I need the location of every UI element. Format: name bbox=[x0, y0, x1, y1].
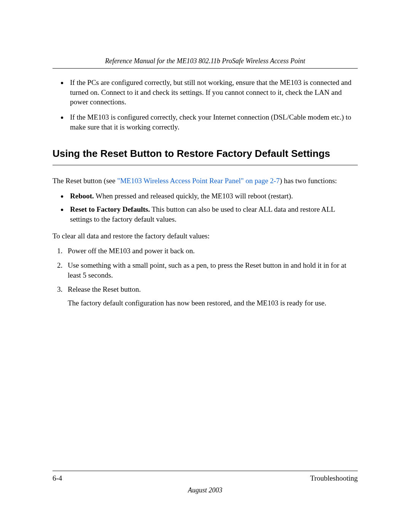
page-body: Reference Manual for the ME103 802.11b P… bbox=[53, 57, 358, 313]
section-heading: Using the Reset Button to Restore Factor… bbox=[53, 148, 358, 165]
section-name: Troubleshooting bbox=[310, 474, 358, 482]
list-item: Reboot. When pressed and released quickl… bbox=[68, 191, 358, 201]
list-item: If the ME103 is configured correctly, ch… bbox=[68, 112, 358, 132]
manual-header-title: Reference Manual for the ME103 802.11b P… bbox=[53, 57, 358, 69]
page-footer: 6-4 Troubleshooting August 2003 bbox=[53, 471, 358, 494]
page-number: 6-4 bbox=[53, 474, 62, 482]
functions-list: Reboot. When pressed and released quickl… bbox=[53, 191, 358, 224]
intro-bullet-list: If the PCs are configured correctly, but… bbox=[53, 78, 358, 132]
list-item: Release the Reset button. The factory de… bbox=[68, 284, 358, 308]
function-label: Reset to Factory Defaults. bbox=[70, 205, 150, 213]
step-text: Use something with a small point, such a… bbox=[68, 261, 346, 279]
step-note: The factory default configuration has no… bbox=[68, 298, 358, 308]
footer-date: August 2003 bbox=[53, 486, 358, 494]
footer-rule bbox=[53, 471, 358, 471]
text: ) has two functions: bbox=[280, 177, 337, 185]
list-item: Use something with a small point, such a… bbox=[68, 260, 358, 280]
function-label: Reboot. bbox=[70, 192, 94, 200]
step-text: Power off the ME103 and power it back on… bbox=[68, 247, 195, 255]
text: The Reset button (see bbox=[53, 177, 117, 185]
section-intro: The Reset button (see "ME103 Wireless Ac… bbox=[53, 176, 358, 186]
steps-intro: To clear all data and restore the factor… bbox=[53, 231, 358, 241]
function-text: When pressed and released quickly, the M… bbox=[94, 192, 293, 200]
list-item: Power off the ME103 and power it back on… bbox=[68, 246, 358, 256]
cross-reference-link[interactable]: "ME103 Wireless Access Point Rear Panel"… bbox=[117, 177, 280, 185]
footer-row: 6-4 Troubleshooting bbox=[53, 474, 358, 482]
step-text: Release the Reset button. bbox=[68, 285, 141, 293]
list-item: If the PCs are configured correctly, but… bbox=[68, 78, 358, 107]
steps-list: Power off the ME103 and power it back on… bbox=[53, 246, 358, 308]
list-item: Reset to Factory Defaults. This button c… bbox=[68, 204, 358, 224]
